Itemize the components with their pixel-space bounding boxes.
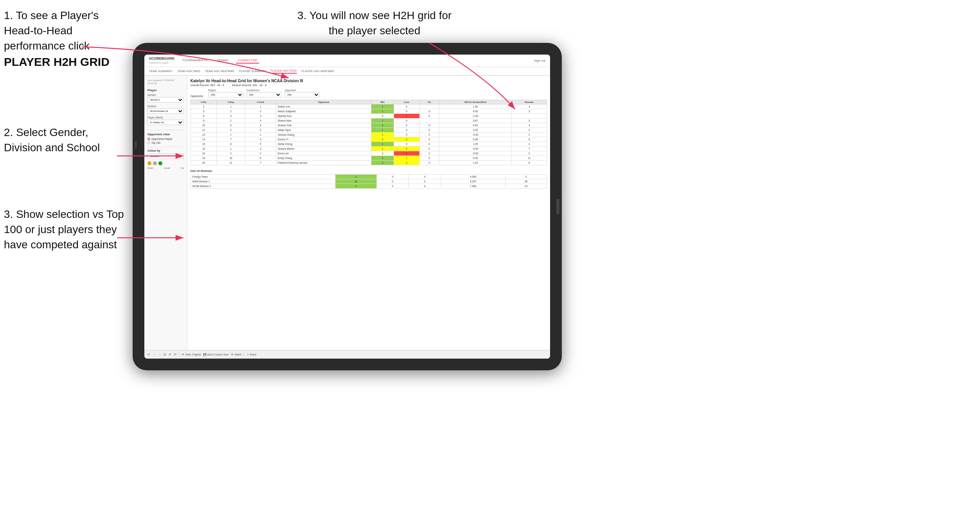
colour-by-select[interactable]: Win/loss <box>147 154 184 159</box>
save-custom-view-btn[interactable]: 💾 Save Custom View <box>203 353 229 356</box>
app-navbar: SCOREBOARD Powered by clippd TOURNAMENTS… <box>144 55 550 67</box>
ipad-volume-button <box>135 141 137 149</box>
col-div: # Div <box>191 100 217 104</box>
sub-nav-player-summary[interactable]: PLAYER SUMMARY <box>239 69 266 73</box>
sub-nav-team-h2h-heatmap[interactable]: TEAM H2H HEATMAP <box>205 69 234 73</box>
last-updated: Last Updated: 27/03/2024 16:55:38 <box>147 79 184 85</box>
table-row: 14 7 4 Eunice Yi 2 2 0 0.38 9 <box>191 137 547 142</box>
col-reg: # Reg <box>217 100 245 104</box>
region-filter: Region (All) <box>208 89 243 97</box>
gender-label: Gender <box>147 94 184 96</box>
radio-opponents-played[interactable]: Opponents Played <box>147 138 184 140</box>
col-rounds: Rounds <box>512 100 547 104</box>
list-item: Foreign Team 1 0 0 4.500 2 <box>191 175 547 179</box>
nav-committee[interactable]: COMMITTEE <box>236 58 259 64</box>
table-row: 19 10 6 Emily Chang 4 1 0 0.30 11 <box>191 156 547 161</box>
player-rank-label: Player (Rank) <box>147 116 184 119</box>
out-of-division-title: Out of division <box>190 169 547 173</box>
division-select[interactable]: NCAA Division III <box>147 108 184 114</box>
table-row: 9 1 4 Sharon Mun 1 0 3.67 3 <box>191 118 547 123</box>
overall-record: Overall Record: 353 - 34 - 6 <box>190 84 224 87</box>
table-row: 20 11 7 Federica Domecq Lacroze 2 1 0 1.… <box>191 161 547 165</box>
h2h-title: Katelyn Vo Head-to-Head Grid for Women's… <box>190 79 547 83</box>
division-record: Division Record: 331 - 34 - 6 <box>232 84 266 87</box>
opponent-filter: Opponent (All) <box>285 89 320 97</box>
colour-legend <box>147 161 184 165</box>
filter-row: Opponents: Region (All) Conference (All) <box>190 89 547 97</box>
save-icon: 💾 <box>203 353 206 356</box>
col-loss: Loss <box>394 100 419 104</box>
instruction-bottom-left: 3. Show selection vs Top 100 or just pla… <box>4 207 125 253</box>
radio-dot-top100 <box>147 141 150 144</box>
table-row: 16 1 3 Jessica Mason 1 2 0 -0.94 7 <box>191 147 547 151</box>
view-original-btn[interactable]: 👁 View: Original <box>187 353 201 356</box>
down-dot <box>147 161 151 165</box>
table-row: 13 1 1 Jessica Huang 1 0 0 -3.00 2 <box>191 133 547 137</box>
player-section-title: Player <box>147 88 184 92</box>
conference-select[interactable]: (All) <box>247 92 282 97</box>
separator-2 <box>244 352 244 357</box>
instruction-top-right: 3. You will now see H2H grid for the pla… <box>293 8 456 38</box>
colour-legend-labels: Down Level Up <box>147 167 184 169</box>
table-row: 15 8 5 Stella Cheng 1 0 0 1.25 4 <box>191 142 547 147</box>
table-row: 10 6 3 Andrea York 2 0 0 4.00 4 <box>191 123 547 128</box>
watch-btn[interactable]: 👁 Watch <box>231 353 241 356</box>
app-logo: SCOREBOARD Powered by clippd <box>149 57 174 65</box>
bottom-toolbar: ↩ ← → ⊡ ↺ ⏱ 👁 View: Original 💾 Save Cust… <box>187 350 550 359</box>
col-win: Win <box>371 100 394 104</box>
radio-top100[interactable]: Top 100 <box>147 141 184 144</box>
ipad-screen: SCOREBOARD Powered by clippd TOURNAMENTS… <box>144 55 550 359</box>
sub-nav-team-h2h-grid[interactable]: TEAM H2H GRID <box>178 69 201 73</box>
main-content: Last Updated: 27/03/2024 16:55:38 Player… <box>144 76 550 359</box>
ipad-frame: SCOREBOARD Powered by clippd TOURNAMENTS… <box>133 43 562 370</box>
opponent-view-options: Opponents Played Top 100 <box>147 138 184 144</box>
sub-nav-player-h2h-heatmap[interactable]: PLAYER H2H HEATMAP <box>302 69 334 73</box>
sub-nav-player-h2h-grid[interactable]: PLAYER H2H GRID <box>271 69 297 74</box>
sub-navbar: TEAM SUMMARY TEAM H2H GRID TEAM H2H HEAT… <box>144 67 550 76</box>
col-conf: # Conf <box>245 100 276 104</box>
division-label: Division <box>147 105 184 108</box>
list-item: NCAA Division 2 5 0 0 7.400 10 <box>191 184 547 189</box>
list-item: NAIA Division 1 15 0 0 9.267 30 <box>191 179 547 184</box>
sub-nav-team-summary[interactable]: TEAM SUMMARY <box>149 69 173 73</box>
sign-out[interactable]: Sign out <box>534 59 545 62</box>
share-btn[interactable]: ↗ Share <box>247 353 256 356</box>
h2h-table: # Div # Reg # Conf Opponent Win Loss Tie… <box>190 100 547 165</box>
share-icon: ↗ <box>247 353 249 356</box>
level-dot <box>153 161 157 165</box>
col-tie: Tie <box>419 100 439 104</box>
sidebar: Last Updated: 27/03/2024 16:55:38 Player… <box>144 76 187 359</box>
conference-filter: Conference (All) <box>247 89 282 97</box>
player-rank-select[interactable]: 8. Katelyn Vo <box>147 120 184 125</box>
colour-by-title: Colour by <box>147 149 184 152</box>
table-row: 18 2 2 Euna Lee 0 1 0 -5.00 2 <box>191 151 547 156</box>
col-diff: Diff Av Strokes/Rnd <box>439 100 511 104</box>
opponent-select[interactable]: (All) <box>285 92 320 97</box>
h2h-records: Overall Record: 353 - 34 - 6 Division Re… <box>190 84 547 87</box>
table-row: 3 1 1 Esther Lee 1 0 1.50 4 <box>191 104 547 109</box>
opponents-label: Opponents: <box>190 95 204 97</box>
table-row: 11 2 5 Heejo Hyun 1 0 0 3.33 3 <box>191 128 547 133</box>
watch-icon: 👁 <box>231 353 234 356</box>
instruction-top-left: 1. To see a Player's Head-to-Head perfor… <box>4 8 129 70</box>
nav-tournaments[interactable]: TOURNAMENTS <box>181 58 209 64</box>
right-panel: Katelyn Vo Head-to-Head Grid for Women's… <box>187 76 550 359</box>
gender-select[interactable]: Women's <box>147 97 184 103</box>
ipad-home-button <box>556 199 559 214</box>
out-of-division-table: Foreign Team 1 0 0 4.500 2 NAIA Division… <box>190 174 547 189</box>
table-row: 5 2 2 Alexis Sudjianto 1 0 0 4.00 3 <box>191 109 547 114</box>
nav-items: TOURNAMENTS TEAMS COMMITTEE <box>181 58 534 64</box>
table-row: 6 3 3 Sydney Kuo 0 1 0 -1.00 <box>191 114 547 118</box>
col-opponent: Opponent <box>276 100 371 104</box>
up-dot <box>158 161 162 165</box>
nav-teams[interactable]: TEAMS <box>215 58 230 64</box>
instruction-mid-left: 2. Select Gender, Division and School <box>4 125 121 155</box>
radio-dot-opponents <box>147 138 150 140</box>
opponent-view-title: Opponent view <box>147 133 184 136</box>
region-select[interactable]: (All) <box>208 92 243 97</box>
